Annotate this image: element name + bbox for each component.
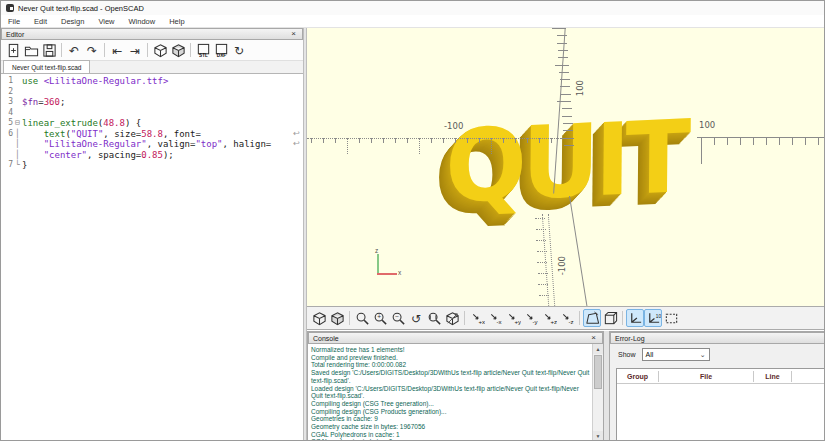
menu-item-help[interactable]: Help bbox=[162, 15, 191, 27]
ruler-tick bbox=[714, 138, 715, 145]
console-line: Normalized tree has 1 elements! bbox=[311, 346, 590, 354]
svg-text:-x: -x bbox=[496, 318, 501, 325]
ruler-tick bbox=[557, 101, 571, 102]
indent-button[interactable]: ⇥ bbox=[126, 41, 144, 59]
view-left-button[interactable]: -x bbox=[486, 309, 504, 327]
ruler-tick bbox=[561, 94, 571, 95]
menu-item-window[interactable]: Window bbox=[122, 15, 163, 27]
console-line: Geometry cache size in bytes: 1967056 bbox=[311, 423, 590, 431]
render-button[interactable] bbox=[328, 309, 346, 327]
view-plus-x-icon: +x bbox=[470, 311, 485, 326]
console-output[interactable]: Normalized tree has 1 elements!Compile a… bbox=[308, 344, 603, 441]
view-back-button[interactable]: +y bbox=[504, 309, 522, 327]
code-text: text("QUIT", size=58.8, font= bbox=[22, 129, 303, 140]
error-log-table: GroupFileLine bbox=[616, 368, 825, 441]
toolbar-separator bbox=[579, 311, 580, 325]
error-filter-dropdown[interactable]: All ⌄ bbox=[642, 348, 710, 361]
ruler-tick bbox=[701, 138, 702, 164]
svg-text:+y: +y bbox=[514, 318, 521, 325]
zoom-in-icon: + bbox=[373, 311, 388, 326]
show-edges-button[interactable] bbox=[662, 309, 680, 327]
view-minus-z-icon: -z bbox=[560, 311, 575, 326]
editor-tab[interactable]: Never Quit text-flip.scad bbox=[3, 60, 90, 73]
z-axis-label: z bbox=[375, 247, 378, 254]
show-axes-button[interactable] bbox=[626, 309, 644, 327]
code-text bbox=[22, 87, 303, 98]
send-to-print-button[interactable]: ↻ bbox=[230, 41, 248, 59]
scroll-up-icon[interactable]: ▲ bbox=[593, 344, 603, 354]
error-log-body: Show All ⌄ GroupFileLine bbox=[610, 344, 825, 441]
diagonal-view-button[interactable] bbox=[443, 309, 461, 327]
viewport-3d[interactable]: -100 100 100 -100 QUIT z x bbox=[307, 28, 825, 306]
render-button[interactable] bbox=[169, 41, 187, 59]
show-scale-markers-button[interactable]: 10 bbox=[644, 309, 662, 327]
fold-marker bbox=[13, 108, 22, 119]
menu-bar: FileEditDesignViewWindowHelp bbox=[1, 15, 825, 28]
line-wrap-icon: ↩ bbox=[293, 139, 300, 150]
fold-marker[interactable]: ⊟ bbox=[13, 118, 22, 129]
view-right-button[interactable]: +x bbox=[468, 309, 486, 327]
line-number: 2 bbox=[1, 87, 13, 98]
ruler-tick bbox=[335, 138, 336, 143]
view-all-button[interactable] bbox=[353, 309, 371, 327]
zoom-in-button[interactable]: + bbox=[371, 309, 389, 327]
ruler-tick bbox=[537, 262, 547, 263]
console-scrollbar[interactable]: ▲ ▼ bbox=[592, 344, 603, 441]
diagonal-cube-icon bbox=[445, 311, 460, 326]
ruler-tick bbox=[551, 138, 552, 143]
menu-item-view[interactable]: View bbox=[91, 15, 121, 27]
perspective-button[interactable] bbox=[583, 309, 601, 327]
code-editor[interactable]: 1use <LilitaOne-Regular.ttf>23$fn=360;45… bbox=[1, 74, 303, 441]
ruler-tick bbox=[805, 138, 806, 145]
fold-marker: │ bbox=[13, 129, 22, 140]
editor-close-button[interactable]: × bbox=[289, 30, 298, 38]
ruler-tick bbox=[753, 138, 754, 145]
error-log-panel: Error-Log Show All ⌄ GroupFileLine bbox=[609, 331, 825, 441]
toolbar-separator bbox=[147, 43, 148, 57]
menu-item-edit[interactable]: Edit bbox=[27, 15, 54, 27]
code-row: 6│ text("QUIT", size=58.8, font=↩ bbox=[1, 129, 303, 140]
scrollbar-thumb[interactable] bbox=[594, 355, 602, 389]
column-header-group[interactable]: Group bbox=[617, 371, 659, 382]
column-header-file[interactable]: File bbox=[659, 371, 754, 382]
svg-text:10: 10 bbox=[655, 313, 660, 318]
ruler-tick bbox=[562, 116, 572, 117]
column-header-line[interactable]: Line bbox=[754, 371, 792, 382]
preview-button[interactable] bbox=[151, 41, 169, 59]
preview-button[interactable] bbox=[310, 309, 328, 327]
export-stl-button[interactable]: STL bbox=[194, 41, 212, 59]
menu-item-design[interactable]: Design bbox=[54, 15, 91, 27]
view-front-button[interactable]: -y bbox=[522, 309, 540, 327]
ruler-tick bbox=[740, 138, 741, 145]
new-file-button[interactable] bbox=[4, 41, 22, 59]
ruler-tick bbox=[727, 138, 728, 145]
ruler-tick bbox=[563, 130, 573, 131]
svg-text:-y: -y bbox=[532, 318, 538, 325]
save-button[interactable] bbox=[40, 41, 58, 59]
toolbar-separator bbox=[349, 311, 350, 325]
code-text: use <LilitaOne-Regular.ttf> bbox=[22, 76, 303, 87]
ruler-tick bbox=[766, 138, 767, 145]
undo-button[interactable]: ↶ bbox=[65, 41, 83, 59]
zoom-out-icon: − bbox=[391, 311, 406, 326]
model-quit-text: QUIT bbox=[444, 96, 735, 275]
svg-text:−: − bbox=[395, 313, 399, 320]
view-bottom-button[interactable]: -z bbox=[558, 309, 576, 327]
zoom-fit-button[interactable] bbox=[425, 309, 443, 327]
scale-markers-icon: 10 bbox=[646, 311, 661, 326]
menu-item-file[interactable]: File bbox=[1, 15, 27, 27]
open-file-button[interactable] bbox=[22, 41, 40, 59]
unindent-button[interactable]: ⇤ bbox=[108, 41, 126, 59]
ruler-tick bbox=[563, 123, 573, 124]
view-top-button[interactable]: +z bbox=[540, 309, 558, 327]
scroll-down-icon[interactable]: ▼ bbox=[593, 431, 603, 441]
redo-button[interactable]: ↷ bbox=[83, 41, 101, 59]
title-bar: Never Quit text-flip.scad - OpenSCAD bbox=[1, 1, 825, 15]
console-close-button[interactable]: × bbox=[589, 334, 598, 342]
fold-marker bbox=[13, 87, 22, 98]
reset-view-button[interactable]: ↺ bbox=[407, 309, 425, 327]
zoom-out-button[interactable]: − bbox=[389, 309, 407, 327]
orthogonal-button[interactable] bbox=[601, 309, 619, 327]
ruler-tick bbox=[536, 229, 546, 230]
export-dxf-button[interactable]: DXF bbox=[212, 41, 230, 59]
